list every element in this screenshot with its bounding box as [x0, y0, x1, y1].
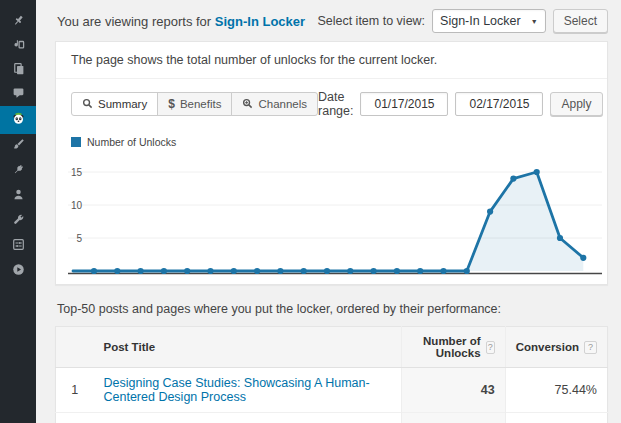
sidebar-item-posts[interactable] [0, 10, 36, 34]
svg-text:10: 10 [71, 200, 83, 211]
conversion-value: 15.39% [505, 413, 607, 423]
search-plus-icon [242, 98, 253, 111]
user-icon [11, 187, 26, 206]
rank-column-header [56, 327, 94, 368]
date-range: Date range: Apply [318, 90, 602, 118]
legend-swatch [71, 137, 81, 147]
panda-icon [11, 111, 26, 130]
pushpin-icon [11, 13, 26, 32]
apply-button[interactable]: Apply [550, 92, 602, 116]
unlocks-column-header: Number of Unlocks? [401, 327, 505, 368]
report-toolbar: Summary $ Benefits Channels Date range: … [56, 79, 607, 122]
select-item-label: Select item to view: [317, 14, 425, 28]
conversion-column-header: Conversion? [505, 327, 607, 368]
sidebar-item-users[interactable] [0, 184, 36, 209]
panel-description: The page shows the total number of unloc… [56, 42, 607, 79]
table-row: 2 Controlling The Cache: Using Edge Side… [56, 413, 608, 423]
sidebar-item-pages[interactable] [0, 58, 36, 82]
date-end-input[interactable] [455, 92, 543, 116]
sidebar-item-comments[interactable] [0, 82, 36, 106]
date-range-label: Date range: [318, 90, 353, 118]
topbar: You are viewing reports for Sign-In Lock… [55, 0, 608, 41]
svg-text:5: 5 [76, 233, 82, 244]
line-chart: 51015 [56, 150, 609, 282]
comment-icon [11, 85, 26, 104]
tab-benefits[interactable]: $ Benefits [157, 92, 232, 116]
locker-select-value: Sign-In Locker [440, 14, 521, 28]
plug-icon [11, 162, 26, 181]
play-circle-icon [11, 262, 26, 281]
viewing-status: You are viewing reports for Sign-In Lock… [57, 14, 305, 29]
unlocks-chart: Number of Unlocks 51015 [56, 122, 607, 284]
unlocks-value: 2 [401, 413, 505, 423]
tab-channels[interactable]: Channels [231, 92, 318, 116]
pages-icon [11, 61, 26, 80]
select-button[interactable]: Select [553, 9, 608, 33]
wrench-icon [11, 212, 26, 231]
date-start-input[interactable] [360, 92, 448, 116]
report-panel: The page shows the total number of unloc… [55, 41, 608, 285]
conversion-value: 75.44% [505, 368, 607, 413]
table-intro: Top-50 posts and pages where you put the… [57, 302, 608, 316]
chart-legend: Number of Unlocks [71, 136, 607, 148]
svg-text:15: 15 [71, 167, 83, 178]
dollar-icon: $ [168, 97, 175, 111]
search-icon [82, 98, 93, 111]
paintbrush-icon [11, 137, 26, 156]
help-icon[interactable]: ? [486, 341, 495, 354]
sidebar-item-tools[interactable] [0, 209, 36, 234]
tab-summary[interactable]: Summary [71, 92, 158, 116]
post-title-link[interactable]: Designing Case Studies: Showcasing A Hum… [104, 376, 370, 404]
sidebar-item-video[interactable] [0, 259, 36, 284]
top-posts-table: Post Title Number of Unlocks? Conversion… [55, 326, 608, 423]
locker-select[interactable]: Sign-In Locker ▼ [432, 9, 546, 33]
report-tabs: Summary $ Benefits Channels [71, 92, 318, 116]
media-icon [11, 37, 26, 56]
help-icon[interactable]: ? [584, 341, 597, 354]
unlocks-value: 43 [401, 368, 505, 413]
table-row: 1 Designing Case Studies: Showcasing A H… [56, 368, 608, 413]
current-locker-link[interactable]: Sign-In Locker [215, 14, 305, 29]
sidebar-item-settings[interactable] [0, 234, 36, 259]
sidebar-item-media[interactable] [0, 34, 36, 58]
table-header-row: Post Title Number of Unlocks? Conversion… [56, 327, 608, 368]
sidebar-item-plugins[interactable] [0, 159, 36, 184]
main-content: You are viewing reports for Sign-In Lock… [36, 0, 621, 423]
chevron-down-icon: ▼ [531, 18, 538, 25]
sidebar-item-appearance[interactable] [0, 134, 36, 159]
sliders-icon [11, 237, 26, 256]
admin-sidebar [0, 0, 36, 423]
legend-label: Number of Unlocks [87, 136, 176, 148]
post-title-column-header: Post Title [94, 327, 402, 368]
viewing-prefix: You are viewing reports for [57, 14, 211, 29]
sidebar-item-optin-panda[interactable] [0, 106, 36, 134]
